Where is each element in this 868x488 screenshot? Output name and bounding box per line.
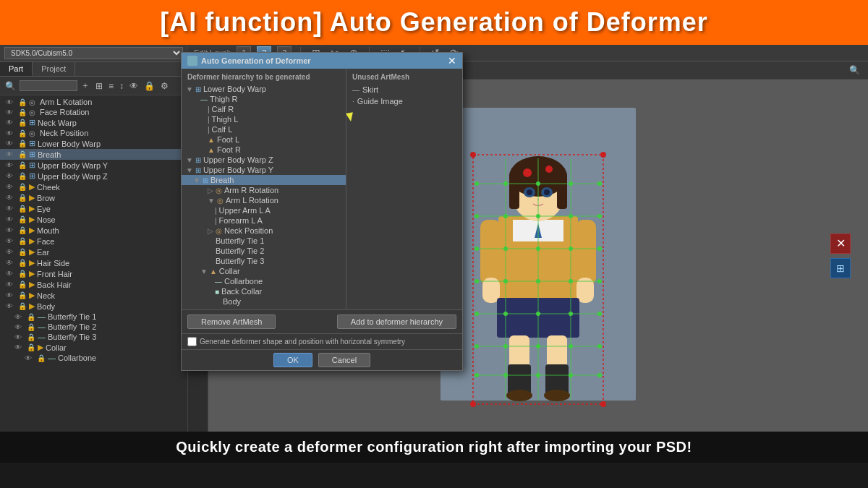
eye-icon[interactable]: 👁 (14, 333, 25, 341)
dtree-collarbone[interactable]: — Collarbone (182, 276, 346, 286)
lock-icon[interactable]: 🔒 (18, 183, 27, 191)
lock-icon[interactable]: 🔒 (18, 129, 27, 137)
eye-icon[interactable]: 👁 (6, 183, 16, 191)
eye-icon[interactable]: 👁 (6, 205, 16, 213)
lock-icon[interactable]: 🔒 (37, 354, 46, 362)
tree-item-upper-body-warp-y[interactable]: 👁🔒⊞Upper Body Warp Y (0, 160, 187, 171)
eye-icon[interactable]: 👁 (6, 161, 16, 169)
eye-icon[interactable]: 👁 (14, 323, 25, 331)
tree-item-face[interactable]: 👁🔒▶Face (0, 236, 187, 247)
remove-artmesh-btn[interactable]: Remove ArtMesh (187, 314, 276, 329)
tab-project[interactable]: Project (33, 62, 75, 76)
ok-btn[interactable]: OK (273, 353, 312, 367)
dtree-upper-body-y[interactable]: ▼ ⊞ Upper Body Warp Y (182, 165, 346, 175)
tree-item-back-hair[interactable]: 👁🔒▶Back Hair (0, 279, 187, 290)
dtree-neck-pos[interactable]: ▷ ◎ Neck Position (182, 226, 346, 236)
eye-icon[interactable]: 👁 (6, 140, 16, 147)
eye-icon[interactable]: 👁 (14, 343, 25, 351)
eye-icon[interactable]: 👁 (25, 354, 35, 362)
dtree-upper-arm-l[interactable]: | Upper Arm L A (182, 205, 346, 215)
tree-item-butterfly-tie-3[interactable]: 👁🔒—Butterfly Tie 3 (0, 332, 187, 342)
sdk-dropdown[interactable]: SDK5.0/Cubism5.0 (4, 47, 183, 59)
dtree-butterfly-3[interactable]: Butterfly Tie 3 (182, 256, 346, 266)
settings-btn[interactable]: ⚙ (158, 80, 171, 93)
dtree-back-collar[interactable]: ■ Back Collar (182, 286, 346, 296)
tree-item-front-hair[interactable]: 👁🔒▶Front Hair (0, 268, 187, 279)
eye-icon[interactable]: 👁 (6, 302, 16, 310)
lock-icon[interactable]: 🔒 (18, 302, 27, 310)
dtree-butterfly-1[interactable]: Butterfly Tie 1 (182, 236, 346, 246)
lock-icon[interactable]: 🔒 (18, 248, 27, 256)
eye-icon[interactable]: 👁 (6, 172, 16, 180)
symmetry-checkbox[interactable] (187, 337, 197, 346)
dialog-close-btn[interactable]: ✕ (448, 56, 456, 66)
lock-icon[interactable]: 🔒 (18, 119, 27, 127)
lock-icon[interactable]: 🔒 (18, 108, 27, 116)
dtree-collar[interactable]: ▼ ▲ Collar (182, 266, 346, 276)
eye-icon[interactable]: 👁 (6, 248, 16, 256)
eye-icon[interactable]: 👁 (6, 98, 16, 106)
lock-icon[interactable]: 🔒 (18, 237, 27, 245)
search-btn[interactable]: 🔍 (3, 80, 18, 93)
dtree-upper-body-z[interactable]: ▼ ⊞ Upper Body Warp Z (182, 155, 346, 165)
tree-item-collar[interactable]: 👁🔒▶Collar (0, 342, 187, 353)
sort-btn[interactable]: ↕ (117, 80, 126, 93)
eye-icon[interactable]: 👁 (6, 281, 16, 288)
cancel-btn[interactable]: Cancel (318, 353, 370, 367)
tree-item-butterfly-tie-1[interactable]: 👁🔒—Butterfly Tie 1 (0, 312, 187, 322)
lock-toggle-btn[interactable]: 🔒 (142, 80, 157, 93)
dtree-lower-body-warp[interactable]: ▼ ⊞ Lower Body Warp (182, 84, 346, 94)
dtree-foot-l[interactable]: ▲ Foot L (182, 134, 346, 145)
eye-toggle-btn[interactable]: 👁 (127, 80, 140, 93)
eye-icon[interactable]: 👁 (14, 313, 25, 321)
tree-item-collarbone[interactable]: 👁🔒—Collarbone (0, 353, 187, 363)
tree-item-butterfly-tie-2[interactable]: 👁🔒—Butterfly Tie 2 (0, 322, 187, 332)
lock-icon[interactable]: 🔒 (18, 259, 27, 267)
lock-icon[interactable]: 🔒 (18, 161, 27, 169)
eye-icon[interactable]: 👁 (6, 150, 16, 158)
eye-icon[interactable]: 👁 (6, 270, 16, 278)
lock-icon[interactable]: 🔒 (18, 270, 27, 278)
collapse-btn[interactable]: ≡ (106, 80, 116, 93)
search-input[interactable] (20, 80, 77, 91)
tree-item-body[interactable]: 👁🔒▶Body (0, 301, 187, 312)
dtree-thigh-l[interactable]: | Thigh L (182, 114, 346, 124)
add-to-hierarchy-btn[interactable]: Add to deformer hierarchy (337, 314, 456, 329)
tree-item-brow[interactable]: 👁🔒▶Brow (0, 192, 187, 203)
tree-item-neck-warp[interactable]: 👁🔒⊞Neck Warp (0, 117, 187, 128)
dtree-calf-l[interactable]: | Calf L (182, 124, 346, 134)
lock-icon[interactable]: 🔒 (27, 323, 35, 331)
lock-icon[interactable]: 🔒 (18, 281, 27, 288)
dtree-foot-r[interactable]: ▲ Foot R (182, 145, 346, 155)
tab-part[interactable]: Part (0, 62, 33, 76)
dtree-calf-r[interactable]: | Calf R (182, 104, 346, 114)
lock-icon[interactable]: 🔒 (18, 150, 27, 158)
tree-item-breath[interactable]: 👁🔒⊞Breath (0, 149, 187, 160)
auto-generation-dialog[interactable]: Auto Generation of Deformer ✕ Deformer h… (181, 52, 463, 371)
tree-item-eye[interactable]: 👁🔒▶Eye (0, 203, 187, 214)
canvas-search-btn[interactable]: 🔍 (847, 64, 862, 77)
tree-item-nose[interactable]: 👁🔒▶Nose (0, 214, 187, 225)
dtree-forearm-l[interactable]: | Forearm L A (182, 215, 346, 226)
eye-icon[interactable]: 👁 (6, 215, 16, 223)
tree-item-face-rotation[interactable]: 👁🔒◎Face Rotation (0, 107, 187, 117)
unused-skirt[interactable]: — Skirt (346, 84, 462, 95)
tree-item-upper-body-warp-z[interactable]: 👁🔒⊞Upper Body Warp Z (0, 171, 187, 181)
lock-icon[interactable]: 🔒 (18, 172, 27, 180)
eye-icon[interactable]: 👁 (6, 194, 16, 202)
eye-icon[interactable]: 👁 (6, 108, 16, 116)
deformer-edit-btn[interactable]: ⊞ (830, 258, 851, 278)
add-btn[interactable]: ＋ (79, 78, 92, 93)
tree-item-cheek[interactable]: 👁🔒▶Cheek (0, 181, 187, 192)
lock-icon[interactable]: 🔒 (18, 194, 27, 202)
lock-icon[interactable]: 🔒 (27, 343, 35, 351)
eye-icon[interactable]: 👁 (6, 259, 16, 267)
dtree-arm-r-rotation[interactable]: ▷ ◎ Arm R Rotation (182, 185, 346, 195)
eye-icon[interactable]: 👁 (6, 226, 16, 234)
tree-item-lower-body-warp[interactable]: 👁🔒⊞Lower Body Warp (0, 138, 187, 149)
tree-item-mouth[interactable]: 👁🔒▶Mouth (0, 225, 187, 236)
lock-icon[interactable]: 🔒 (18, 98, 27, 106)
tree-item-arm-l-kotation[interactable]: 👁🔒◎Arm L Kotation (0, 97, 187, 107)
dtree-arm-l-rotation[interactable]: ▼ ◎ Arm L Rotation (182, 195, 346, 205)
dtree-body[interactable]: Body (182, 296, 346, 307)
